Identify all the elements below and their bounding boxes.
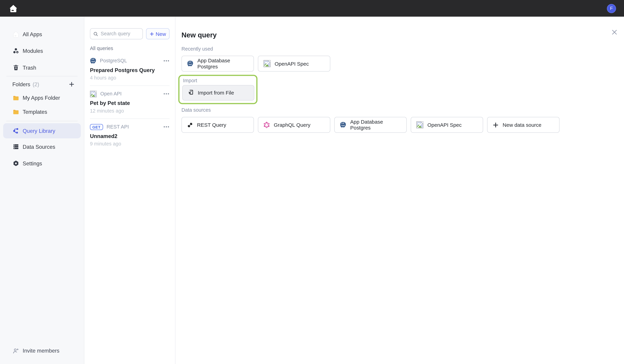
sidebar-item-trash[interactable]: Trash xyxy=(0,59,84,76)
query-menu-button[interactable] xyxy=(163,124,170,130)
app-database-postgres-button[interactable]: App Database Postgres xyxy=(334,117,407,133)
sidebar-item-data-sources[interactable]: Data Sources xyxy=(3,138,81,155)
modules-icon xyxy=(13,48,19,54)
query-list-item[interactable]: GET REST API Unnamed2 9 minutes ago xyxy=(90,119,170,151)
query-source-label: Open API xyxy=(100,91,122,97)
query-list-header: All queries xyxy=(90,44,170,53)
plus-icon xyxy=(493,122,498,128)
sidebar-item-label: Data Sources xyxy=(23,144,55,150)
openapi-image-icon xyxy=(263,60,271,67)
query-list-item[interactable]: Open API Pet by Pet state 12 minutes ago xyxy=(90,86,170,119)
new-query-button-label: New xyxy=(156,31,166,37)
import-label: Import xyxy=(182,77,254,84)
query-title: Pet by Pet state xyxy=(90,100,170,106)
settings-icon xyxy=(13,160,19,167)
recently-used-label: Recently used xyxy=(182,45,624,52)
search-row: New xyxy=(90,28,170,39)
folder-icon xyxy=(13,95,19,101)
http-method-badge: GET xyxy=(90,124,103,130)
new-data-source-button[interactable]: New data source xyxy=(487,117,560,133)
sidebar-item-modules[interactable]: Modules xyxy=(0,43,84,59)
sidebar-item-query-library[interactable]: Query Library xyxy=(3,123,81,138)
query-menu-button[interactable] xyxy=(163,58,170,64)
query-timestamp: 9 minutes ago xyxy=(90,141,170,147)
data-sources-row: REST Query GraphQL Query App Database Po… xyxy=(182,117,624,133)
query-source-row: GET REST API xyxy=(90,123,170,131)
page-title: New query xyxy=(182,30,624,40)
content-row: All Apps Modules Trash Folders (2) xyxy=(0,17,624,364)
postgresql-icon xyxy=(90,58,96,64)
card-button-label: App Database Postgres xyxy=(350,119,403,131)
sidebar-folder-my-apps[interactable]: My Apps Folder xyxy=(0,91,84,105)
sidebar-item-label: Trash xyxy=(23,65,36,71)
avatar-initial: F xyxy=(610,6,613,11)
recently-used-row: App Database Postgres OpenAPI Spec xyxy=(182,56,624,72)
top-bar: F xyxy=(0,0,624,17)
query-timestamp: 12 minutes ago xyxy=(90,108,170,114)
data-sources-icon xyxy=(13,144,19,150)
query-menu-button[interactable] xyxy=(163,91,170,97)
sidebar-item-label: Settings xyxy=(23,160,42,166)
openapi-spec-button[interactable]: OpenAPI Spec xyxy=(411,117,483,133)
query-source-label: PostgreSQL xyxy=(100,58,127,64)
folder-label: Templates xyxy=(23,109,47,115)
recently-used-app-database-postgres-button[interactable]: App Database Postgres xyxy=(182,56,254,72)
add-folder-button[interactable] xyxy=(69,82,74,87)
folders-header-label: Folders xyxy=(12,81,30,87)
openapi-image-icon xyxy=(416,121,423,128)
sidebar-divider xyxy=(6,121,78,121)
folder-label: My Apps Folder xyxy=(23,95,60,101)
home-button[interactable] xyxy=(8,3,18,14)
query-timestamp: 4 hours ago xyxy=(90,75,170,81)
data-sources-label: Data sources xyxy=(182,106,624,114)
sidebar-folder-templates[interactable]: Templates xyxy=(0,105,84,119)
new-query-panel: New query Recently used App Database Pos… xyxy=(175,17,624,364)
search-input[interactable] xyxy=(90,28,143,39)
user-avatar[interactable]: F xyxy=(607,4,616,13)
query-list-item[interactable]: PostgreSQL Prepared Postgres Query 4 hou… xyxy=(90,53,170,86)
sidebar-item-label: Query Library xyxy=(23,128,55,134)
close-icon[interactable] xyxy=(611,29,618,36)
card-button-label: GraphQL Query xyxy=(274,122,311,128)
import-highlight-box: Import Import from File xyxy=(178,75,258,104)
folder-icon xyxy=(13,109,19,115)
sidebar-item-all-apps[interactable]: All Apps xyxy=(0,26,84,42)
sidebar-divider xyxy=(6,76,78,76)
invite-members-button[interactable]: Invite members xyxy=(0,345,84,357)
graphql-icon xyxy=(263,122,270,128)
sidebar-item-label: Modules xyxy=(23,48,43,54)
sidebar-item-label: All Apps xyxy=(23,31,42,37)
search-box xyxy=(90,28,143,39)
person-plus-icon xyxy=(13,348,19,354)
query-source-row: PostgreSQL xyxy=(90,57,170,65)
query-list-panel: New All queries PostgreSQL Prepared Post… xyxy=(84,17,176,364)
query-title: Unnamed2 xyxy=(90,133,170,139)
app-window: F All Apps Modules Trash xyxy=(0,0,624,364)
card-button-label: OpenAPI Spec xyxy=(427,122,462,128)
recently-used-openapi-spec-button[interactable]: OpenAPI Spec xyxy=(258,56,330,72)
import-from-file-button[interactable]: Import from File xyxy=(182,85,255,101)
card-button-label: Import from File xyxy=(198,90,234,96)
postgresql-icon xyxy=(187,60,193,67)
card-button-label: New data source xyxy=(503,122,542,128)
folders-count: (2) xyxy=(33,81,39,87)
rest-plugs-icon xyxy=(187,122,193,128)
import-file-icon xyxy=(187,89,194,97)
rest-query-button[interactable]: REST Query xyxy=(182,117,254,133)
sidebar: All Apps Modules Trash Folders (2) xyxy=(0,17,84,364)
trash-icon xyxy=(13,64,19,71)
sidebar-item-settings[interactable]: Settings xyxy=(3,155,81,172)
folders-header: Folders (2) xyxy=(0,78,84,91)
invite-members-label: Invite members xyxy=(23,348,59,354)
new-query-button[interactable]: New xyxy=(146,28,170,39)
plus-icon xyxy=(150,32,154,36)
query-title: Prepared Postgres Query xyxy=(90,67,170,73)
openapi-image-icon xyxy=(90,90,97,97)
graphql-query-button[interactable]: GraphQL Query xyxy=(258,117,330,133)
card-button-label: App Database Postgres xyxy=(197,58,250,70)
postgresql-icon xyxy=(340,122,346,128)
query-source-row: Open API xyxy=(90,90,170,98)
card-button-label: REST Query xyxy=(197,122,226,128)
home-icon xyxy=(13,31,19,37)
query-library-icon xyxy=(13,128,19,134)
